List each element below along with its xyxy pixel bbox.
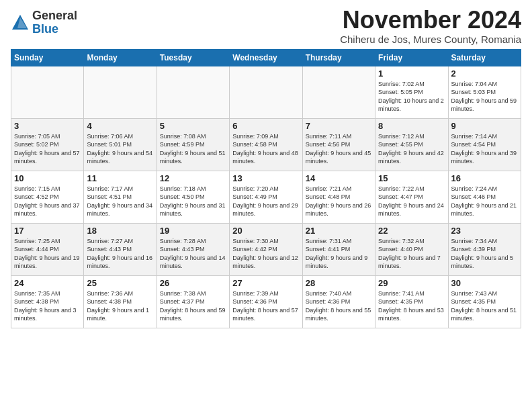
day-number: 17 bbox=[14, 226, 81, 236]
day-number: 21 bbox=[306, 226, 372, 236]
table-row: 7Sunrise: 7:11 AM Sunset: 4:56 PM Daylig… bbox=[302, 118, 375, 171]
day-number: 26 bbox=[160, 278, 226, 288]
day-info: Sunrise: 7:41 AM Sunset: 4:35 PM Dayligh… bbox=[378, 289, 445, 323]
table-row: 20Sunrise: 7:30 AM Sunset: 4:42 PM Dayli… bbox=[230, 223, 302, 275]
day-number: 5 bbox=[160, 121, 226, 131]
day-number: 14 bbox=[306, 173, 372, 183]
title-block: November 2024 Chiheru de Jos, Mures Coun… bbox=[340, 7, 521, 45]
col-sunday: Sunday bbox=[11, 49, 84, 66]
calendar-week-row: 3Sunrise: 7:05 AM Sunset: 5:02 PM Daylig… bbox=[11, 118, 521, 171]
day-info: Sunrise: 7:21 AM Sunset: 4:48 PM Dayligh… bbox=[306, 185, 372, 218]
logo-text: General Blue bbox=[32, 9, 77, 36]
day-number: 6 bbox=[232, 121, 299, 131]
table-row bbox=[157, 66, 229, 118]
day-info: Sunrise: 7:22 AM Sunset: 4:47 PM Dayligh… bbox=[378, 185, 445, 218]
day-number: 24 bbox=[14, 278, 81, 288]
col-thursday: Thursday bbox=[302, 49, 375, 66]
table-row: 30Sunrise: 7:43 AM Sunset: 4:35 PM Dayli… bbox=[448, 275, 521, 328]
day-info: Sunrise: 7:08 AM Sunset: 4:59 PM Dayligh… bbox=[160, 132, 226, 166]
table-row: 15Sunrise: 7:22 AM Sunset: 4:47 PM Dayli… bbox=[375, 171, 448, 223]
table-row bbox=[84, 66, 157, 118]
calendar-table: Sunday Monday Tuesday Wednesday Thursday… bbox=[11, 49, 521, 328]
table-row: 3Sunrise: 7:05 AM Sunset: 5:02 PM Daylig… bbox=[11, 118, 84, 171]
table-row: 6Sunrise: 7:09 AM Sunset: 4:58 PM Daylig… bbox=[230, 118, 302, 171]
calendar-week-row: 17Sunrise: 7:25 AM Sunset: 4:44 PM Dayli… bbox=[11, 223, 521, 275]
day-info: Sunrise: 7:28 AM Sunset: 4:43 PM Dayligh… bbox=[160, 237, 226, 271]
day-number: 2 bbox=[451, 68, 518, 79]
day-number: 9 bbox=[451, 121, 518, 131]
table-row: 13Sunrise: 7:20 AM Sunset: 4:49 PM Dayli… bbox=[230, 171, 302, 223]
table-row: 4Sunrise: 7:06 AM Sunset: 5:01 PM Daylig… bbox=[84, 118, 157, 171]
table-row: 18Sunrise: 7:27 AM Sunset: 4:43 PM Dayli… bbox=[84, 223, 157, 275]
table-row: 27Sunrise: 7:39 AM Sunset: 4:36 PM Dayli… bbox=[230, 275, 302, 328]
table-row: 1Sunrise: 7:02 AM Sunset: 5:05 PM Daylig… bbox=[375, 66, 448, 118]
day-info: Sunrise: 7:05 AM Sunset: 5:02 PM Dayligh… bbox=[14, 132, 81, 166]
day-number: 15 bbox=[378, 173, 445, 183]
month-title: November 2024 bbox=[340, 7, 521, 34]
table-row: 10Sunrise: 7:15 AM Sunset: 4:52 PM Dayli… bbox=[11, 171, 84, 223]
table-row: 26Sunrise: 7:38 AM Sunset: 4:37 PM Dayli… bbox=[157, 275, 229, 328]
table-row: 22Sunrise: 7:32 AM Sunset: 4:40 PM Dayli… bbox=[375, 223, 448, 275]
day-info: Sunrise: 7:38 AM Sunset: 4:37 PM Dayligh… bbox=[160, 289, 226, 323]
day-number: 8 bbox=[378, 121, 445, 131]
logo-icon bbox=[11, 13, 30, 32]
calendar-week-row: 24Sunrise: 7:35 AM Sunset: 4:38 PM Dayli… bbox=[11, 275, 521, 328]
day-number: 27 bbox=[232, 278, 299, 288]
day-number: 10 bbox=[14, 173, 81, 183]
col-friday: Friday bbox=[375, 49, 448, 66]
day-number: 16 bbox=[451, 173, 518, 183]
day-number: 4 bbox=[87, 121, 153, 131]
table-row: 16Sunrise: 7:24 AM Sunset: 4:46 PM Dayli… bbox=[448, 171, 521, 223]
day-number: 13 bbox=[232, 173, 299, 183]
day-info: Sunrise: 7:06 AM Sunset: 5:01 PM Dayligh… bbox=[87, 132, 153, 166]
day-number: 25 bbox=[87, 278, 153, 288]
day-info: Sunrise: 7:20 AM Sunset: 4:49 PM Dayligh… bbox=[232, 185, 299, 218]
logo: General Blue bbox=[11, 9, 77, 36]
col-monday: Monday bbox=[84, 49, 157, 66]
col-wednesday: Wednesday bbox=[230, 49, 302, 66]
page-container: General Blue November 2024 Chiheru de Jo… bbox=[0, 0, 532, 411]
table-row: 19Sunrise: 7:28 AM Sunset: 4:43 PM Dayli… bbox=[157, 223, 229, 275]
header: General Blue November 2024 Chiheru de Jo… bbox=[11, 7, 521, 45]
table-row: 24Sunrise: 7:35 AM Sunset: 4:38 PM Dayli… bbox=[11, 275, 84, 328]
day-info: Sunrise: 7:36 AM Sunset: 4:38 PM Dayligh… bbox=[87, 289, 153, 323]
day-number: 20 bbox=[232, 226, 299, 236]
table-row: 29Sunrise: 7:41 AM Sunset: 4:35 PM Dayli… bbox=[375, 275, 448, 328]
day-number: 30 bbox=[451, 278, 518, 288]
day-number: 12 bbox=[160, 173, 226, 183]
table-row: 12Sunrise: 7:18 AM Sunset: 4:50 PM Dayli… bbox=[157, 171, 229, 223]
table-row: 14Sunrise: 7:21 AM Sunset: 4:48 PM Dayli… bbox=[302, 171, 375, 223]
day-info: Sunrise: 7:11 AM Sunset: 4:56 PM Dayligh… bbox=[306, 132, 372, 166]
table-row: 9Sunrise: 7:14 AM Sunset: 4:54 PM Daylig… bbox=[448, 118, 521, 171]
col-saturday: Saturday bbox=[448, 49, 521, 66]
day-info: Sunrise: 7:17 AM Sunset: 4:51 PM Dayligh… bbox=[87, 185, 153, 218]
table-row: 25Sunrise: 7:36 AM Sunset: 4:38 PM Dayli… bbox=[84, 275, 157, 328]
day-info: Sunrise: 7:40 AM Sunset: 4:36 PM Dayligh… bbox=[306, 289, 372, 323]
table-row: 8Sunrise: 7:12 AM Sunset: 4:55 PM Daylig… bbox=[375, 118, 448, 171]
calendar-week-row: 10Sunrise: 7:15 AM Sunset: 4:52 PM Dayli… bbox=[11, 171, 521, 223]
day-info: Sunrise: 7:12 AM Sunset: 4:55 PM Dayligh… bbox=[378, 132, 445, 166]
day-info: Sunrise: 7:30 AM Sunset: 4:42 PM Dayligh… bbox=[232, 237, 299, 271]
logo-general: General bbox=[32, 9, 77, 22]
day-number: 22 bbox=[378, 226, 445, 236]
day-number: 11 bbox=[87, 173, 153, 183]
day-info: Sunrise: 7:32 AM Sunset: 4:40 PM Dayligh… bbox=[378, 237, 445, 271]
table-row: 28Sunrise: 7:40 AM Sunset: 4:36 PM Dayli… bbox=[302, 275, 375, 328]
day-info: Sunrise: 7:27 AM Sunset: 4:43 PM Dayligh… bbox=[87, 237, 153, 271]
day-info: Sunrise: 7:24 AM Sunset: 4:46 PM Dayligh… bbox=[451, 185, 518, 218]
day-number: 1 bbox=[378, 68, 445, 79]
day-info: Sunrise: 7:15 AM Sunset: 4:52 PM Dayligh… bbox=[14, 185, 81, 218]
day-info: Sunrise: 7:35 AM Sunset: 4:38 PM Dayligh… bbox=[14, 289, 81, 323]
day-info: Sunrise: 7:04 AM Sunset: 5:03 PM Dayligh… bbox=[451, 80, 518, 113]
day-info: Sunrise: 7:14 AM Sunset: 4:54 PM Dayligh… bbox=[451, 132, 518, 166]
day-number: 23 bbox=[451, 226, 518, 236]
calendar-week-row: 1Sunrise: 7:02 AM Sunset: 5:05 PM Daylig… bbox=[11, 66, 521, 118]
day-number: 3 bbox=[14, 121, 81, 131]
day-number: 19 bbox=[160, 226, 226, 236]
table-row: 21Sunrise: 7:31 AM Sunset: 4:41 PM Dayli… bbox=[302, 223, 375, 275]
table-row bbox=[302, 66, 375, 118]
logo-blue: Blue bbox=[32, 22, 58, 36]
col-tuesday: Tuesday bbox=[157, 49, 229, 66]
header-row: Sunday Monday Tuesday Wednesday Thursday… bbox=[11, 49, 521, 66]
day-info: Sunrise: 7:09 AM Sunset: 4:58 PM Dayligh… bbox=[232, 132, 299, 166]
